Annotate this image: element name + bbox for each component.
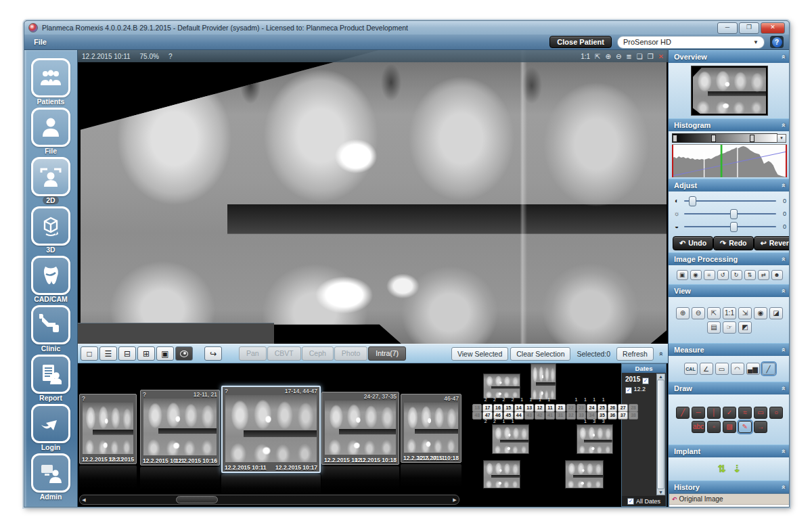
contrast-slider[interactable]: [684, 200, 776, 202]
sidebar-item-admin[interactable]: Admin: [26, 453, 76, 501]
tab-pan[interactable]: Pan: [239, 346, 267, 361]
slider-thumb[interactable]: [730, 222, 738, 232]
revert-button[interactable]: ↩Revert: [754, 236, 790, 250]
tooth-31[interactable]: 31: [556, 411, 565, 420]
actual-size-icon[interactable]: 1:1: [723, 307, 736, 319]
slider-thumb[interactable]: [689, 196, 696, 206]
sidebar-item-file[interactable]: File: [26, 108, 76, 155]
tooth-23[interactable]: 23: [577, 404, 586, 412]
tooth-14[interactable]: 14: [514, 404, 524, 412]
tooth-36[interactable]: 36: [608, 411, 617, 420]
tab-ceph[interactable]: Ceph: [302, 346, 334, 361]
black-level-handle[interactable]: [673, 135, 677, 142]
scroll-up-icon[interactable]: ▲: [658, 374, 663, 379]
restore-button[interactable]: ❐: [739, 22, 759, 34]
mid-level-handle[interactable]: [711, 135, 716, 142]
sidebar-item-report[interactable]: Report: [26, 355, 76, 402]
properties-list-icon[interactable]: ≣: [626, 53, 631, 60]
slider-thumb[interactable]: [730, 209, 738, 219]
tooth-26[interactable]: 26: [608, 404, 617, 412]
monitor-calibration-icon[interactable]: ▤: [707, 321, 721, 334]
image-processing-header[interactable]: Image Processing»: [669, 252, 790, 265]
fit-region-icon[interactable]: ⇲: [738, 307, 752, 319]
tooth-15[interactable]: 15: [503, 404, 513, 412]
collapse-icon[interactable]: »: [779, 485, 787, 489]
year-checkbox[interactable]: ✓: [642, 378, 649, 384]
history-header[interactable]: History»: [669, 480, 790, 493]
rotate-180-icon[interactable]: ⇅: [744, 270, 756, 280]
draw-line-icon[interactable]: ╱: [676, 407, 690, 419]
sidebar-item-3d[interactable]: 3D: [26, 206, 76, 254]
implant-place-icon[interactable]: ⇣: [733, 463, 742, 475]
tooth-13[interactable]: 13: [524, 404, 534, 412]
draw-text-icon[interactable]: abc: [692, 421, 705, 433]
zoom-in-tool-icon[interactable]: ⊕: [676, 307, 690, 319]
eye-view-button[interactable]: [175, 346, 193, 361]
draw-pencil-icon[interactable]: ✎: [738, 421, 752, 433]
single-view-button[interactable]: □: [81, 346, 98, 361]
all-dates-checkbox[interactable]: ✓: [627, 498, 634, 505]
list-view-button[interactable]: ☰: [99, 346, 117, 361]
scroll-left-icon[interactable]: ◀: [80, 497, 88, 503]
collapse-icon[interactable]: »: [779, 289, 787, 293]
tooth-28[interactable]: 28: [629, 404, 638, 412]
tab-cbvt[interactable]: CBVT: [267, 346, 301, 361]
date-entry[interactable]: ✓ 12.2: [625, 386, 656, 394]
histogram-level-strip[interactable]: ▼: [672, 133, 777, 143]
thumbnail-5[interactable]: 46-4712.2.2015 10:1112.2.2015 10:18: [401, 394, 461, 463]
draw-vline-icon[interactable]: │: [707, 407, 721, 419]
tooth-chart-preview-1[interactable]: [483, 373, 520, 399]
scroll-down-icon[interactable]: ▼: [658, 490, 663, 495]
rotate-right-icon[interactable]: ↻: [731, 270, 742, 280]
thumbnail-2[interactable]: ?12-11, 2112.2.2015 10:1112.2.2015 10:16: [140, 390, 220, 466]
thumbnail-4[interactable]: 24-27, 37-3512.2.2015 10:1112.2.2015 10:…: [321, 392, 399, 465]
flip-icon[interactable]: ⇄: [758, 270, 769, 280]
angle-measure-icon[interactable]: ∠: [700, 363, 713, 375]
dates-year-row[interactable]: 2015 ✓: [625, 376, 656, 384]
sidebar-item-cad-cam[interactable]: CAD/CAM: [26, 256, 76, 303]
tooth-25[interactable]: 25: [597, 404, 607, 412]
tooth-43[interactable]: 43: [524, 411, 534, 420]
collapse-browser-icon[interactable]: »: [656, 351, 664, 355]
tooth-chart-preview-3[interactable]: [492, 424, 529, 454]
tooth-18[interactable]: 18: [472, 404, 482, 412]
pan-hand-icon[interactable]: ☞: [723, 321, 736, 334]
close-button[interactable]: ✕: [761, 22, 785, 34]
close-image-icon[interactable]: ✕: [658, 53, 664, 60]
sidebar-item-patients[interactable]: Patients: [26, 58, 76, 106]
fit-screen-icon[interactable]: ⇱: [595, 53, 600, 60]
tab-intra-7-[interactable]: Intra(7): [368, 346, 406, 361]
profile-icon[interactable]: ◠: [731, 363, 744, 375]
draw-freehand-icon[interactable]: ≈: [738, 407, 752, 419]
minimize-button[interactable]: ─: [717, 22, 738, 34]
tooth-47[interactable]: 47: [482, 411, 492, 420]
tooth-42[interactable]: 42: [535, 411, 544, 420]
window-icon[interactable]: ❐: [648, 53, 654, 60]
tooth-41[interactable]: 41: [545, 411, 555, 420]
collapse-icon[interactable]: »: [779, 257, 787, 261]
collapse-icon[interactable]: »: [779, 183, 787, 187]
help-button[interactable]: ?: [770, 36, 784, 48]
zoom-in-icon[interactable]: ⊕: [606, 53, 611, 60]
tooth-17[interactable]: 17: [482, 404, 492, 412]
sidebar-item-login[interactable]: Login: [26, 404, 76, 451]
zoom-out-tool-icon[interactable]: ⊖: [692, 307, 705, 319]
histogram-header[interactable]: Histogram»: [669, 118, 790, 131]
gamma-slider[interactable]: [684, 226, 776, 227]
loupe-icon[interactable]: ◉: [754, 307, 767, 319]
refresh-button[interactable]: Refresh: [616, 347, 654, 361]
tooth-33[interactable]: 33: [577, 411, 586, 420]
tooth-46[interactable]: 46: [493, 411, 503, 420]
draw-header[interactable]: Draw»: [669, 382, 790, 394]
overview-header[interactable]: Overview»: [669, 50, 790, 63]
clear-selection-button[interactable]: Clear Selection: [510, 347, 570, 361]
tooth-chart-preview-6[interactable]: [565, 460, 604, 489]
collapse-icon[interactable]: »: [779, 55, 787, 59]
fit-window-icon[interactable]: ⇱: [707, 307, 721, 319]
sidebar-item-2d[interactable]: 2D: [26, 157, 76, 204]
tooth-44[interactable]: 44: [514, 411, 524, 420]
draw-dashed-rect-icon[interactable]: ▫: [707, 421, 721, 433]
collapse-icon[interactable]: »: [779, 123, 787, 127]
undo-button[interactable]: ↶Undo: [673, 236, 713, 250]
draw-hline-icon[interactable]: ─: [692, 407, 705, 419]
